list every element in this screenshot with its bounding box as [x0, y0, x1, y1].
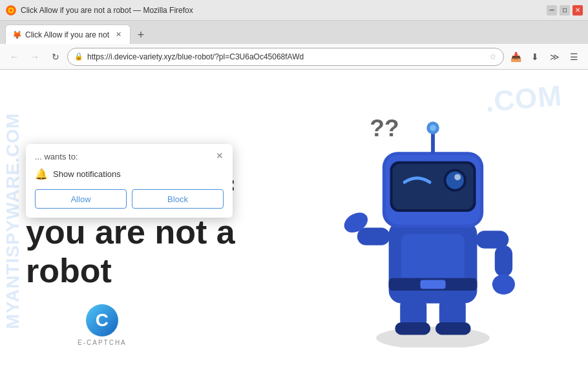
ecaptcha-section: C E-CAPTCHA — [78, 304, 127, 346]
watermark-left: MYANTISPYWARE.COM — [3, 113, 23, 329]
url-text: https://i.device-variety.xyz/blue-robot/… — [87, 52, 485, 61]
pocket-button[interactable]: 📥 — [507, 48, 525, 66]
toolbar: ← → ↻ 🔒 https://i.device-variety.xyz/blu… — [0, 44, 588, 70]
svg-point-14 — [446, 171, 464, 189]
popup-wants-text: ... wants to: — [35, 152, 224, 161]
firefox-logo-icon — [5, 5, 17, 16]
svg-point-3 — [376, 327, 490, 347]
allow-button[interactable]: Allow — [35, 189, 127, 209]
robot-svg: ?? — [317, 76, 549, 347]
maximize-button[interactable]: □ — [560, 5, 570, 16]
menu-button[interactable]: ☰ — [565, 48, 583, 66]
svg-rect-7 — [420, 280, 445, 289]
minimize-button[interactable]: ─ — [547, 5, 557, 16]
browser-frame: Click Allow if you are not a robot — Moz… — [0, 0, 588, 372]
back-button[interactable]: ← — [5, 48, 23, 66]
window-title: Click Allow if you are not a robot — Moz… — [21, 6, 193, 15]
robot-illustration: ?? — [317, 76, 549, 347]
shield-icon: 🔒 — [74, 52, 83, 61]
svg-text:??: ?? — [370, 114, 399, 141]
downloads-button[interactable]: ⬇ — [526, 48, 544, 66]
popup-buttons: Allow Block — [35, 189, 224, 209]
forward-button[interactable]: → — [26, 48, 44, 66]
page-content: MYANTISPYWARE.COM .COM Click Allow if yo… — [0, 70, 588, 372]
refresh-button[interactable]: ↻ — [47, 48, 65, 66]
svg-rect-5 — [401, 234, 465, 284]
svg-rect-27 — [395, 322, 430, 335]
tab-title: Click Allow if you are not — [25, 30, 109, 39]
popup-close-button[interactable]: ✕ — [213, 149, 226, 162]
bell-icon: 🔔 — [35, 168, 48, 180]
title-bar: Click Allow if you are not a robot — Moz… — [0, 0, 588, 21]
extensions-button[interactable]: ≫ — [545, 48, 563, 66]
tab-close-button[interactable]: ✕ — [113, 30, 123, 40]
svg-point-2 — [10, 8, 13, 12]
svg-point-18 — [430, 125, 436, 131]
ecaptcha-logo-icon: C — [86, 304, 118, 336]
svg-rect-28 — [436, 322, 471, 335]
title-bar-left: Click Allow if you are not a robot — Moz… — [5, 5, 193, 16]
new-tab-button[interactable]: + — [132, 26, 150, 44]
toolbar-right-buttons: 📥 ⬇ ≫ ☰ — [507, 48, 583, 66]
tab-bar: 🦊 Click Allow if you are not ✕ + — [0, 21, 588, 44]
ecaptcha-label: E-CAPTCHA — [78, 339, 127, 346]
block-button[interactable]: Block — [132, 189, 224, 209]
svg-point-15 — [454, 174, 461, 180]
address-bar[interactable]: 🔒 https://i.device-variety.xyz/blue-robo… — [67, 48, 504, 66]
svg-rect-23 — [495, 245, 512, 277]
popup-permission-label: Show notifications — [53, 169, 121, 179]
close-window-button[interactable]: ✕ — [572, 5, 583, 16]
window-controls: ─ □ ✕ — [547, 5, 583, 16]
svg-point-24 — [492, 274, 515, 294]
svg-rect-20 — [357, 227, 390, 245]
tab-favicon-icon: 🦊 — [12, 30, 21, 39]
bookmark-star-icon[interactable]: ☆ — [489, 52, 497, 61]
popup-permission-row: 🔔 Show notifications — [35, 168, 224, 180]
notification-popup: ✕ ... wants to: 🔔 Show notifications All… — [26, 144, 233, 218]
ecaptcha-letter: C — [96, 310, 109, 331]
active-tab[interactable]: 🦊 Click Allow if you are not ✕ — [5, 25, 131, 44]
